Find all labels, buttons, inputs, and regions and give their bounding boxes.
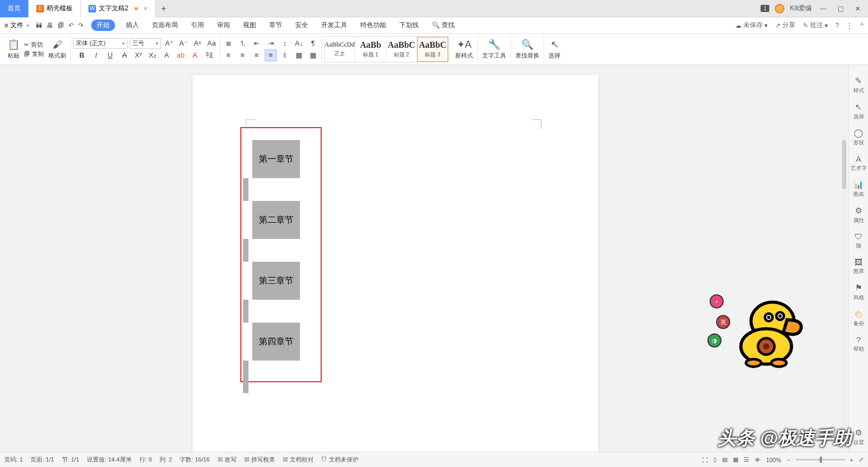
subscript-button[interactable]: X₂	[146, 49, 158, 61]
clear-format-button[interactable]: Aᵡ	[192, 37, 203, 49]
tab-security[interactable]: 安全	[293, 20, 310, 31]
undo-icon[interactable]: ↶	[68, 22, 74, 29]
style-h3[interactable]: AaBbC标题 3	[417, 37, 448, 62]
superscript-button[interactable]: X²	[132, 49, 144, 61]
style-normal[interactable]: AaBbCcDd正文	[324, 37, 355, 62]
close-button[interactable]: ✕	[852, 3, 864, 15]
status-pages[interactable]: 页面: 1/1	[30, 456, 54, 464]
side-gallery[interactable]: 🖼图库	[853, 257, 864, 275]
tab-docell[interactable]: D 稻壳模板	[29, 0, 81, 17]
unsaved-button[interactable]: ☁ 未保存 ▾	[735, 21, 768, 30]
zoom-out-button[interactable]: −	[787, 457, 790, 463]
assistant-mascot[interactable]: ﹡ 英 ◑	[727, 293, 803, 369]
side-limit[interactable]: 🛡限	[854, 232, 863, 250]
side-chart[interactable]: 📊图表	[853, 180, 864, 198]
show-marks-button[interactable]: ¶	[307, 37, 319, 49]
print-icon[interactable]: 🖶	[47, 22, 53, 29]
status-spell[interactable]: ☒ 拼写检查	[244, 456, 275, 464]
zoom-level[interactable]: 100%	[766, 457, 781, 463]
help-icon[interactable]: ?	[835, 22, 839, 29]
distribute-button[interactable]: ⫴	[279, 49, 291, 61]
tab-features[interactable]: 特色功能	[358, 20, 388, 31]
chapter-1[interactable]: 第一章节	[252, 140, 300, 178]
bold-button[interactable]: B	[76, 49, 88, 61]
side-style[interactable]: ✎样式	[853, 76, 864, 94]
file-menu[interactable]: ≡ 文件 ▾	[4, 21, 29, 30]
italic-button[interactable]: I	[90, 49, 102, 61]
ime-bubble-1[interactable]: ﹡	[710, 294, 724, 308]
align-justify-button[interactable]: ≡	[265, 49, 277, 61]
border-button[interactable]: ▦	[307, 49, 319, 61]
style-h2[interactable]: AaBbC标题 2	[386, 37, 417, 62]
paste-button[interactable]: 📋粘贴	[5, 37, 22, 61]
size-select[interactable]: 三号▾	[130, 38, 161, 49]
comment-button[interactable]: ✎ 批注 ▾	[803, 21, 828, 30]
underline-button[interactable]: U	[104, 49, 116, 61]
side-select[interactable]: ↖选择	[853, 102, 864, 121]
format-painter-button[interactable]: 🖌格式刷	[46, 38, 68, 61]
shading-button[interactable]: ▦	[293, 49, 305, 61]
side-style2[interactable]: ⚑风格	[853, 283, 864, 301]
page-mode-icon[interactable]: ▤	[722, 456, 727, 463]
side-settings[interactable]: ⚙设置	[853, 428, 864, 446]
status-set[interactable]: 设置值: 14.4厘米	[87, 456, 132, 464]
font-color-button[interactable]: A	[189, 49, 201, 61]
maximize-button[interactable]: ▢	[834, 3, 846, 15]
save-icon[interactable]: 🖬	[36, 22, 42, 29]
tab-section[interactable]: 章节	[267, 20, 284, 31]
collapse-ribbon-icon[interactable]: ^	[860, 22, 864, 29]
font-select[interactable]: 宋体 (正文)▾	[73, 38, 127, 49]
fit-button[interactable]: ⤢	[859, 456, 864, 463]
ime-bubble-3[interactable]: ◑	[707, 333, 722, 348]
web-mode-icon[interactable]: ▦	[733, 456, 738, 463]
status-col[interactable]: 列: 2	[159, 456, 172, 464]
tab-underline[interactable]: 下划线	[397, 20, 421, 31]
select-button[interactable]: ↖选择	[546, 37, 563, 61]
page[interactable]: 第一章节 第二章节 第三章节 第四章节	[193, 75, 598, 452]
find-replace-button[interactable]: 🔍查找替换	[513, 37, 541, 61]
minimize-button[interactable]: —	[817, 3, 829, 15]
vertical-scrollbar[interactable]	[842, 135, 846, 430]
numbering-button[interactable]: ⒈	[237, 37, 248, 49]
status-protect[interactable]: ⛉ 文档未保护	[321, 456, 359, 464]
grow-font-button[interactable]: A⁺	[163, 37, 175, 49]
align-right-button[interactable]: ≡	[251, 49, 263, 61]
outdent-button[interactable]: ⇤	[251, 37, 263, 49]
more-icon[interactable]: ⋮	[846, 22, 853, 29]
zoom-thumb[interactable]	[820, 457, 822, 463]
style-gallery[interactable]: AaBbCcDd正文 AaBb标题 1 AaBbC标题 2 AaBbC标题 3	[324, 36, 449, 62]
phonetic-button[interactable]: ㍻	[203, 49, 215, 61]
change-case-button[interactable]: Aa	[206, 37, 218, 49]
align-left-button[interactable]: ≡	[222, 49, 234, 61]
tab-view[interactable]: 视图	[241, 20, 258, 31]
status-chars[interactable]: 字数: 16/16	[180, 456, 210, 464]
side-props[interactable]: ⚙属性	[853, 206, 864, 224]
new-tab-button[interactable]: +	[156, 4, 172, 14]
document-canvas[interactable]: 第一章节 第二章节 第三章节 第四章节 ﹡ 英 ◑	[0, 65, 868, 452]
copy-button[interactable]: 🗐 复制	[24, 50, 44, 58]
tab-pagelayout[interactable]: 页面布局	[150, 20, 180, 31]
tab-search[interactable]: 🔍 查找	[430, 20, 457, 31]
focus-mode-icon[interactable]: ⛶	[702, 457, 708, 463]
bullets-button[interactable]: ≣	[222, 37, 234, 49]
align-center-button[interactable]: ≡	[237, 49, 248, 61]
tab-start[interactable]: 开始	[91, 20, 115, 31]
tab-document[interactable]: W 文字文稿2 ×	[81, 0, 156, 17]
chapter-4[interactable]: 第四章节	[252, 323, 300, 361]
status-overwrite[interactable]: ☒ 改写	[218, 456, 237, 464]
read-mode-icon[interactable]: ▯	[713, 456, 717, 463]
text-tools-button[interactable]: 🔧文字工具	[480, 37, 508, 61]
style-h1[interactable]: AaBb标题 1	[355, 37, 386, 62]
notif-badge[interactable]: 1	[761, 5, 769, 12]
zoom-slider[interactable]	[796, 459, 845, 460]
status-row[interactable]: 行: 9	[139, 456, 152, 464]
tab-home[interactable]: 首页	[0, 0, 29, 17]
indent-button[interactable]: ⇥	[265, 37, 277, 49]
status-section[interactable]: 节: 1/1	[62, 456, 79, 464]
cut-button[interactable]: ✂ 剪切	[24, 41, 44, 49]
shrink-font-button[interactable]: A⁻	[177, 37, 189, 49]
side-shape[interactable]: ◯形状	[853, 128, 864, 147]
sort-button[interactable]: A↓	[293, 37, 305, 49]
avatar[interactable]	[775, 4, 784, 14]
status-page[interactable]: 页码: 1	[4, 456, 23, 464]
